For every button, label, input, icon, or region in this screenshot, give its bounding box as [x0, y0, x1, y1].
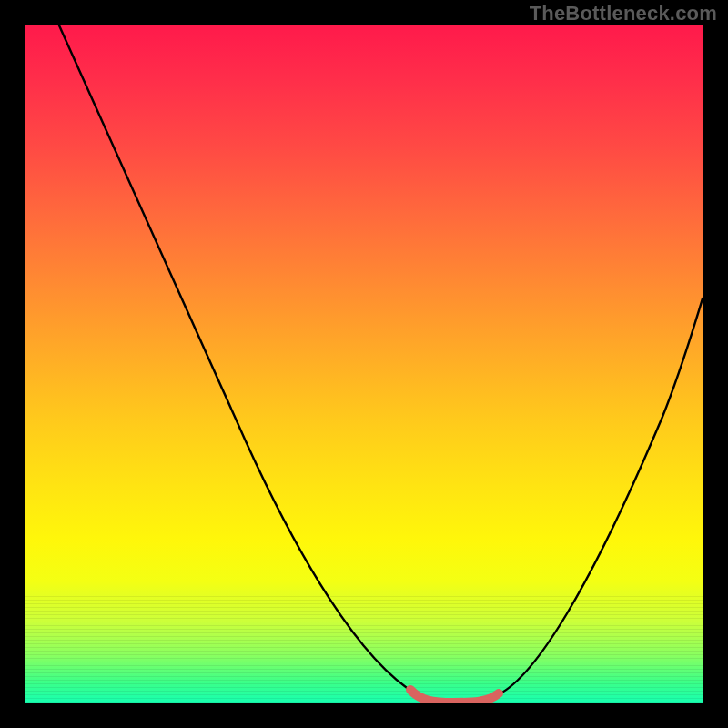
bottleneck-curve	[59, 25, 703, 703]
curve-layer	[25, 25, 703, 703]
chart-frame: TheBottleneck.com	[0, 0, 728, 728]
watermark-label: TheBottleneck.com	[530, 2, 717, 25]
optimal-range-highlight	[410, 690, 499, 703]
plot-area	[25, 25, 703, 703]
